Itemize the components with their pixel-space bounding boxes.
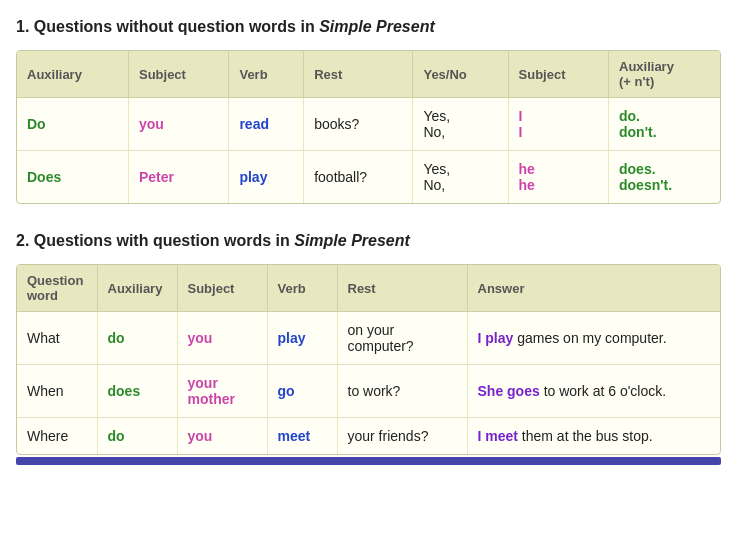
table-row: What do you play on your computer? I pla… bbox=[17, 312, 720, 365]
cell-rest-computer: on your computer? bbox=[337, 312, 467, 365]
cell-you3: you bbox=[177, 418, 267, 455]
cell-meet: meet bbox=[267, 418, 337, 455]
cell-i1: II bbox=[508, 98, 608, 151]
header-subj2: Subject bbox=[177, 265, 267, 312]
cell-do2: do bbox=[97, 312, 177, 365]
cell-play1: play bbox=[229, 151, 304, 204]
table-row: When does your mother go to work? She go… bbox=[17, 365, 720, 418]
cell-what: What bbox=[17, 312, 97, 365]
cell-answer-when: She goes to work at 6 o'clock. bbox=[467, 365, 720, 418]
header-answer: Answer bbox=[467, 265, 720, 312]
table-row: Where do you meet your friends? I meet t… bbox=[17, 418, 720, 455]
section1-table: Auxiliary Subject Verb Rest Yes/No Subje… bbox=[17, 51, 720, 203]
header-qword: Question word bbox=[17, 265, 97, 312]
section2-table-wrapper: Question word Auxiliary Subject Verb Res… bbox=[16, 264, 721, 455]
cell-when: When bbox=[17, 365, 97, 418]
table-row: Does Peter play football? Yes,No, hehe d… bbox=[17, 151, 720, 204]
cell-yesno1: Yes,No, bbox=[413, 98, 508, 151]
cell-do-dont: do.don't. bbox=[609, 98, 721, 151]
cell-answer-what: I play games on my computer. bbox=[467, 312, 720, 365]
header-aux2: Auxiliary bbox=[97, 265, 177, 312]
header-auxiliary2: Auxiliary(+ n't) bbox=[609, 51, 721, 98]
section1-header-row: Auxiliary Subject Verb Rest Yes/No Subje… bbox=[17, 51, 720, 98]
cell-peter: Peter bbox=[128, 151, 228, 204]
cell-where: Where bbox=[17, 418, 97, 455]
cell-do3: do bbox=[97, 418, 177, 455]
section1-table-wrapper: Auxiliary Subject Verb Rest Yes/No Subje… bbox=[16, 50, 721, 204]
section2-table: Question word Auxiliary Subject Verb Res… bbox=[17, 265, 720, 454]
cell-you2: you bbox=[177, 312, 267, 365]
section2-header-row: Question word Auxiliary Subject Verb Res… bbox=[17, 265, 720, 312]
cell-does-doesnt: does.doesn't. bbox=[609, 151, 721, 204]
cell-he: hehe bbox=[508, 151, 608, 204]
cell-rest-work: to work? bbox=[337, 365, 467, 418]
cell-yesno2: Yes,No, bbox=[413, 151, 508, 204]
cell-does: Does bbox=[17, 151, 128, 204]
header-subject2: Subject bbox=[508, 51, 608, 98]
header-subject: Subject bbox=[128, 51, 228, 98]
cell-answer-where: I meet them at the bus stop. bbox=[467, 418, 720, 455]
header-yesno: Yes/No bbox=[413, 51, 508, 98]
table-row: Do you read books? Yes,No, II do.don't. bbox=[17, 98, 720, 151]
header-verb: Verb bbox=[229, 51, 304, 98]
header-auxiliary: Auxiliary bbox=[17, 51, 128, 98]
cell-go: go bbox=[267, 365, 337, 418]
section2-title: 2. Questions with question words in Simp… bbox=[16, 232, 721, 250]
header-rest2: Rest bbox=[337, 265, 467, 312]
cell-rest-friends: your friends? bbox=[337, 418, 467, 455]
cell-football: football? bbox=[304, 151, 413, 204]
cell-you1: you bbox=[128, 98, 228, 151]
section1-title: 1. Questions without question words in S… bbox=[16, 18, 721, 36]
cell-do: Do bbox=[17, 98, 128, 151]
header-verb2: Verb bbox=[267, 265, 337, 312]
header-rest: Rest bbox=[304, 51, 413, 98]
cell-yourmother: your mother bbox=[177, 365, 267, 418]
scrollbar[interactable] bbox=[16, 457, 721, 465]
cell-books: books? bbox=[304, 98, 413, 151]
cell-does2: does bbox=[97, 365, 177, 418]
page-container: 1. Questions without question words in S… bbox=[0, 0, 737, 465]
cell-play2: play bbox=[267, 312, 337, 365]
cell-read: read bbox=[229, 98, 304, 151]
